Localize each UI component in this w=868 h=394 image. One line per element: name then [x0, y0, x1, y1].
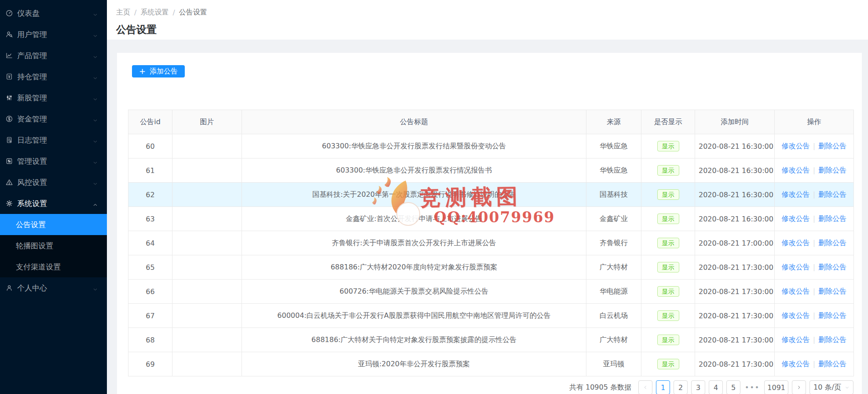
delete-announcement-link[interactable]: 删除公告	[818, 214, 846, 223]
sidebar-item-label: 日志管理	[17, 135, 92, 145]
cell-title: 603300:华铁应急非公开发行股票发行结果暨股份变动公告	[242, 134, 586, 158]
delete-announcement-link[interactable]: 删除公告	[818, 190, 846, 199]
action-divider: |	[813, 263, 815, 271]
chevron-down-icon	[92, 158, 98, 164]
sidebar-item-risk-settings[interactable]: 风控设置	[0, 172, 107, 193]
cell-visible: 显示	[641, 158, 695, 183]
edit-announcement-link[interactable]: 修改公告	[782, 214, 810, 223]
edit-announcement-link[interactable]: 修改公告	[782, 239, 810, 247]
table-row: 65 688186:广大特材2020年度向特定对象发行股票预案 广大特材 显示 …	[128, 255, 854, 280]
cell-image	[172, 183, 242, 207]
gear-icon	[5, 199, 13, 207]
page-title: 公告设置	[116, 23, 868, 37]
submenu-item-carousel-settings[interactable]: 轮播图设置	[0, 235, 107, 256]
status-badge: 显示	[657, 262, 679, 272]
cell-visible: 显示	[641, 328, 695, 352]
delete-announcement-link[interactable]: 删除公告	[818, 142, 846, 150]
pagination: 共有 10905 条数据 1 2 3 4 5 ••• 1091 10 条/页	[117, 380, 853, 394]
next-page-button[interactable]	[792, 380, 806, 394]
page-button-3[interactable]: 3	[691, 380, 705, 394]
status-badge: 显示	[657, 335, 679, 345]
delete-announcement-link[interactable]: 删除公告	[818, 239, 846, 247]
header-source: 来源	[586, 110, 641, 134]
cell-image	[172, 352, 242, 376]
cell-visible: 显示	[641, 255, 695, 280]
cell-actions: 修改公告|删除公告	[775, 207, 854, 231]
status-badge: 显示	[657, 359, 679, 369]
add-announcement-button[interactable]: + 添加公告	[132, 65, 185, 77]
chevron-down-icon	[92, 95, 98, 101]
breadcrumb-section[interactable]: 系统设置	[140, 8, 168, 17]
warning-triangle-icon	[5, 178, 13, 186]
cell-id: 67	[128, 304, 172, 328]
sidebar-item-products[interactable]: 产品管理	[0, 45, 107, 66]
chevron-down-icon	[92, 11, 98, 16]
sidebar-item-system-settings[interactable]: 系统设置	[0, 193, 107, 214]
header-title: 公告标题	[242, 110, 586, 134]
sidebar-item-funds[interactable]: 资金管理	[0, 108, 107, 129]
submenu-item-announcement-settings[interactable]: 公告设置	[0, 214, 107, 235]
edit-announcement-link[interactable]: 修改公告	[782, 311, 810, 320]
page-button-last[interactable]: 1091	[764, 380, 788, 394]
page-button-2[interactable]: 2	[674, 380, 688, 394]
status-badge: 显示	[657, 141, 679, 151]
yuan-document-icon	[5, 73, 13, 81]
sidebar-item-logs[interactable]: 日志管理	[0, 129, 107, 151]
more-pages-icon[interactable]: •••	[744, 383, 761, 392]
cell-time: 2020-08-21 16:30:00	[695, 183, 775, 207]
status-badge: 显示	[657, 286, 679, 297]
sidebar-item-positions[interactable]: 持仓管理	[0, 66, 107, 87]
action-divider: |	[813, 311, 815, 320]
page-button-1[interactable]: 1	[656, 380, 670, 394]
delete-announcement-link[interactable]: 删除公告	[818, 287, 846, 295]
dashboard-icon	[5, 9, 13, 17]
edit-announcement-link[interactable]: 修改公告	[782, 190, 810, 199]
cell-image	[172, 207, 242, 231]
edit-announcement-link[interactable]: 修改公告	[782, 335, 810, 344]
edit-announcement-link[interactable]: 修改公告	[782, 142, 810, 150]
breadcrumb: 主页 / 系统设置 / 公告设置	[116, 8, 868, 17]
cell-title: 齐鲁银行:关于申请股票首次公开发行并上市进展公告	[242, 231, 586, 255]
table-row: 68 688186:广大特材关于向特定对象发行股票预案披露的提示性公告 广大特材…	[128, 328, 854, 352]
edit-announcement-link[interactable]: 修改公告	[782, 287, 810, 295]
edit-announcement-link[interactable]: 修改公告	[782, 263, 810, 271]
breadcrumb-home[interactable]: 主页	[116, 8, 130, 17]
cell-source: 齐鲁银行	[586, 231, 641, 255]
cell-time: 2020-08-21 16:30:00	[695, 207, 775, 231]
sidebar-item-label: 用户管理	[17, 29, 92, 40]
sliders-icon	[5, 94, 13, 102]
edit-announcement-link[interactable]: 修改公告	[782, 166, 810, 174]
sidebar-item-label: 系统设置	[17, 199, 92, 209]
main-content: 主页 / 系统设置 / 公告设置 公告设置 + 添加公告 公告id	[107, 0, 868, 394]
prev-page-button[interactable]	[638, 380, 652, 394]
system-settings-submenu: 公告设置 轮播图设置 支付渠道设置	[0, 214, 107, 277]
submenu-item-payment-channel-settings[interactable]: 支付渠道设置	[0, 256, 107, 277]
edit-announcement-link[interactable]: 修改公告	[782, 360, 810, 368]
sidebar-item-label: 风控设置	[17, 177, 92, 188]
delete-announcement-link[interactable]: 删除公告	[818, 335, 846, 344]
sidebar-item-personal-center[interactable]: 个人中心	[0, 277, 107, 298]
cell-source: 金鑫矿业	[586, 207, 641, 231]
sidebar-item-new-stocks[interactable]: 新股管理	[0, 87, 107, 108]
log-document-icon	[5, 136, 13, 144]
delete-announcement-link[interactable]: 删除公告	[818, 263, 846, 271]
breadcrumb-separator: /	[172, 8, 175, 17]
sidebar-item-label: 仪表盘	[17, 8, 92, 18]
sidebar-item-dashboard[interactable]: 仪表盘	[0, 3, 107, 24]
delete-announcement-link[interactable]: 删除公告	[818, 166, 846, 174]
delete-announcement-link[interactable]: 删除公告	[818, 360, 846, 368]
delete-announcement-link[interactable]: 删除公告	[818, 311, 846, 320]
cell-actions: 修改公告|删除公告	[775, 352, 854, 376]
page-button-5[interactable]: 5	[726, 380, 740, 394]
page-button-4[interactable]: 4	[709, 380, 723, 394]
sidebar-item-admin-settings[interactable]: 管理设置	[0, 151, 107, 172]
topbar: 主页 / 系统设置 / 公告设置 公告设置	[107, 0, 868, 40]
header-image: 图片	[172, 110, 242, 134]
status-badge: 显示	[657, 165, 679, 176]
sidebar-item-users[interactable]: 用户管理	[0, 24, 107, 45]
page-size-select[interactable]: 10 条/页	[809, 380, 853, 394]
announcement-table: 公告id 图片 公告标题 来源 是否显示 添加时间 操作 60 603300:华…	[128, 110, 854, 376]
cell-visible: 显示	[641, 183, 695, 207]
status-badge: 显示	[657, 214, 679, 224]
cell-image	[172, 231, 242, 255]
